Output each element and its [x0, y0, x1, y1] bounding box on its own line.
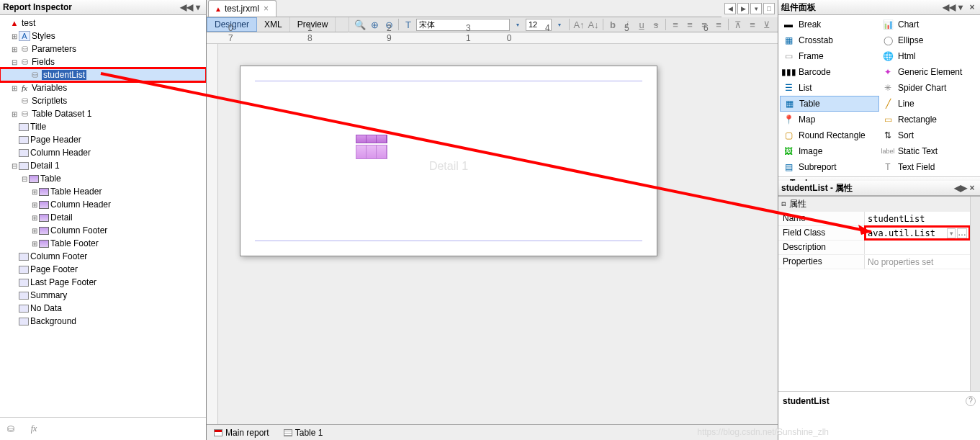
minimize-icon[interactable]: ◀▶: [956, 183, 966, 193]
tree-table-detail[interactable]: ⊞Detail: [0, 211, 206, 224]
pal-image[interactable]: 🖼Image: [780, 143, 879, 159]
pal-chart[interactable]: 📊Chart: [879, 17, 979, 32]
name-input[interactable]: [868, 214, 967, 224]
break-icon: ▬: [783, 19, 794, 30]
generic-icon: ✦: [882, 67, 894, 77]
file-tab[interactable]: ▲ test.jrxml ×: [208, 0, 277, 17]
report-icon: ▲: [9, 18, 20, 28]
help-icon[interactable]: ?: [966, 396, 976, 406]
report-tree[interactable]: ▲test ⊞AStyles ⊞⛁Parameters ⊟⛁Fields ⛁st…: [0, 15, 206, 417]
nav-next-icon[interactable]: ▶: [737, 3, 749, 14]
minimize-icon[interactable]: ◀◀: [944, 2, 954, 12]
tree-fields[interactable]: ⊟⛁Fields: [0, 55, 206, 68]
table-icon: [284, 429, 292, 436]
tree-last-page-footer[interactable]: Last Page Footer: [0, 276, 206, 289]
tree-column-footer[interactable]: Column Footer: [0, 250, 206, 263]
tree-summary[interactable]: Summary: [0, 289, 206, 302]
tree-title[interactable]: Title: [0, 120, 206, 133]
table-icon: [39, 240, 49, 248]
tree-table-header[interactable]: ⊞Table Header: [0, 185, 206, 198]
pal-crosstab[interactable]: ▦Crosstab: [780, 32, 879, 48]
file-tab-label: test.jrxml: [225, 4, 259, 14]
dataset-button[interactable]: ⛁: [3, 421, 19, 437]
pal-rectangle[interactable]: ▭Rectangle: [879, 112, 979, 127]
roundrect-icon: ▢: [783, 130, 794, 140]
fx-icon: fx: [19, 83, 30, 93]
props-description-area: ? studentList: [778, 391, 980, 440]
pal-spider[interactable]: ✳Spider Chart: [879, 80, 979, 96]
pal-round[interactable]: ▢Round Rectangle: [780, 127, 879, 143]
nav-list-icon[interactable]: ▾: [750, 3, 762, 14]
minimize-icon[interactable]: ◀◀: [181, 2, 192, 12]
pal-static[interactable]: labelStatic Text: [879, 143, 979, 159]
props-side-strip: [970, 197, 980, 391]
design-canvas[interactable]: Detail 1: [218, 44, 778, 424]
pal-barcode[interactable]: ▮▮▮Barcode: [780, 64, 879, 80]
browse-icon[interactable]: …: [957, 228, 967, 238]
pal-list[interactable]: ☰List: [780, 80, 879, 96]
prop-description[interactable]: Description: [778, 241, 970, 255]
tab-main-report[interactable]: Main report: [210, 426, 274, 439]
tree-background[interactable]: Background: [0, 315, 206, 328]
barcode-icon: ▮▮▮: [783, 67, 794, 77]
section-icon: [19, 162, 29, 170]
table-component[interactable]: [356, 135, 387, 162]
tree-table-dataset[interactable]: ⊞⛁Table Dataset 1: [0, 107, 206, 120]
tree-detail1[interactable]: ⊟Detail 1: [0, 159, 206, 172]
section-icon: [19, 149, 29, 157]
pal-frame[interactable]: ▭Frame: [780, 48, 879, 64]
menu-icon[interactable]: ▾: [956, 2, 966, 12]
table-icon: [39, 201, 49, 209]
tree-table-colheader[interactable]: ⊞Column Header: [0, 198, 206, 211]
tree-scriptlets[interactable]: ⛁Scriptlets: [0, 94, 206, 107]
tree-column-header[interactable]: Column Header: [0, 146, 206, 159]
pal-ellipse[interactable]: ◯Ellipse: [879, 32, 979, 48]
pal-generic[interactable]: ✦Generic Element: [879, 64, 979, 80]
nav-max-icon[interactable]: □: [763, 3, 775, 14]
horizontal-ruler: 0 1 2 3 4 5 6 7 8 9 10: [207, 32, 778, 44]
image-icon: 🖼: [783, 146, 794, 156]
close-tab-icon[interactable]: ×: [262, 4, 270, 14]
tree-page-header[interactable]: Page Header: [0, 133, 206, 146]
pal-map[interactable]: 📍Map: [780, 112, 879, 127]
component-palette: ▬Break 📊Chart ▦Crosstab ◯Ellipse ▭Frame …: [778, 15, 980, 181]
dropdown-icon[interactable]: ▾: [947, 228, 956, 238]
tree-table-node[interactable]: ⊟Table: [0, 172, 206, 185]
props-grid[interactable]: ⊟属性 Name Field Class ▾… Description P: [778, 197, 970, 391]
tree-root[interactable]: ▲test: [0, 17, 206, 30]
nav-prev-icon[interactable]: ◀: [724, 3, 736, 14]
prop-category[interactable]: ⊟属性: [778, 197, 970, 212]
report-page[interactable]: Detail 1: [240, 66, 657, 256]
fields-icon: ⛁: [19, 57, 30, 67]
tree-nodata[interactable]: No Data: [0, 302, 206, 315]
pal-subreport[interactable]: ▤Subreport: [780, 159, 879, 175]
style-icon: A: [19, 31, 30, 41]
class-input[interactable]: [868, 228, 947, 238]
tree-variables[interactable]: ⊞fxVariables: [0, 81, 206, 94]
tab-table1[interactable]: Table 1: [279, 426, 328, 439]
section-icon: [19, 136, 29, 144]
tree-table-colfooter[interactable]: ⊞Column Footer: [0, 224, 206, 237]
tree-parameters[interactable]: ⊞⛁Parameters: [0, 42, 206, 55]
prop-properties[interactable]: Properties No properties set: [778, 255, 970, 269]
pal-line[interactable]: ╱Line: [879, 96, 979, 112]
pal-break[interactable]: ▬Break: [780, 17, 879, 32]
fx-button[interactable]: fx: [26, 421, 42, 437]
close-icon[interactable]: ▾: [193, 2, 203, 12]
pal-sort[interactable]: ⇅Sort: [879, 127, 979, 143]
close-icon[interactable]: ×: [967, 183, 977, 193]
tree-styles[interactable]: ⊞AStyles: [0, 30, 206, 42]
pal-table[interactable]: ▦Table: [780, 96, 879, 112]
tree-field-studentlist[interactable]: ⛁studentList: [0, 68, 206, 81]
prop-field-class[interactable]: Field Class ▾…: [778, 226, 970, 241]
prop-name[interactable]: Name: [778, 212, 970, 226]
pal-html[interactable]: 🌐Html: [879, 48, 979, 64]
script-icon: ⛁: [19, 96, 30, 106]
pal-textfield[interactable]: TText Field: [879, 159, 979, 175]
tree-table-footer[interactable]: ⊞Table Footer: [0, 237, 206, 250]
desc-input[interactable]: [868, 243, 967, 253]
inspector-title-bar: Report Inspector ◀◀ ▾: [0, 0, 206, 15]
crosstab-icon: ▦: [783, 35, 794, 45]
close-icon[interactable]: ×: [967, 2, 977, 12]
tree-page-footer[interactable]: Page Footer: [0, 263, 206, 276]
